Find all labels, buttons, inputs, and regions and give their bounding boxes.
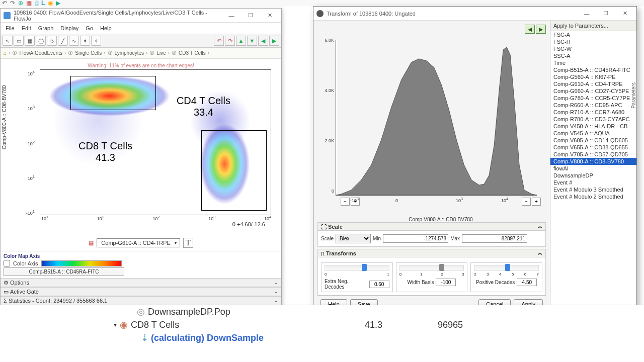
maximize-button[interactable]: ☐ — [242, 11, 259, 21]
plus-icon[interactable]: ⊕ — [18, 0, 23, 7]
crumb-4[interactable]: CD3 T Cells — [179, 50, 206, 56]
parameter-item[interactable]: Comp-G560-A :: KI67-PE — [550, 73, 636, 80]
redo-icon[interactable]: ↷ — [10, 0, 15, 7]
table-row[interactable]: ▾ ◉ CD8 T Cells 41.3 96965 — [0, 318, 644, 331]
active-gate-section[interactable]: ▭ Active Gate ⌄ — [1, 287, 281, 296]
parameter-item[interactable]: Event # — [550, 179, 636, 186]
zoom-out-right-button[interactable]: − — [522, 198, 531, 206]
target-icon[interactable]: ▶ — [56, 0, 60, 7]
parameter-item[interactable]: Comp-B515-A :: CD45RA-FITC — [550, 66, 636, 73]
extra-neg-input[interactable] — [369, 281, 389, 288]
parameter-item[interactable]: Event # Modulo 3 Smoothed — [550, 186, 636, 193]
scale-type-select[interactable]: Biex — [336, 234, 371, 243]
parameter-item[interactable]: Event # Modulo 2 Smoothed — [550, 193, 636, 200]
extra-neg-track[interactable] — [325, 265, 389, 271]
right-arrow-icon[interactable]: ▶ — [269, 36, 279, 46]
tool-line[interactable]: ╱ — [58, 36, 68, 46]
parameter-item[interactable]: DownsampleDP — [550, 172, 636, 179]
tool-pointer[interactable]: ↖ — [3, 36, 13, 46]
tool-curve[interactable]: ∿ — [69, 36, 79, 46]
table-row[interactable]: ⇣ (calculating) DownSample — [0, 331, 644, 344]
density-plot[interactable]: CD4 T Cells 33.4 CD8 T Cells 41.3 — [40, 69, 271, 215]
transforms-panel-header[interactable]: ⎍ Transforms ︽ — [317, 249, 546, 257]
down-arrow-icon[interactable]: ▼ — [247, 36, 257, 46]
parameter-item[interactable]: Comp-V705-A :: CD57-QD705 — [550, 151, 636, 158]
scale-panel-header[interactable]: ⛶ Scale ︽ — [317, 222, 546, 231]
crumb-0[interactable]: FlowAIGoodEvents — [19, 50, 62, 56]
crumb-1[interactable]: Single Cells — [75, 50, 102, 56]
min-input[interactable] — [383, 234, 448, 243]
zoom-in-right-button[interactable]: + — [532, 198, 541, 206]
histogram[interactable]: 6.0K 4.0K 2.0K 0 -103 0 103 104 — [336, 40, 537, 196]
options-section[interactable]: ⚙ Options ⌄ — [1, 278, 281, 287]
circle-icon[interactable]: ◉ — [48, 0, 53, 7]
minimize-button[interactable]: — — [578, 9, 595, 19]
parameter-item[interactable]: Comp-V800-A :: CD8-BV780 — [550, 158, 636, 165]
prev-param-button[interactable]: ◀ — [525, 25, 535, 34]
up-arrow-icon[interactable]: ▲ — [236, 36, 246, 46]
parameter-item[interactable]: Comp-G660-A :: CD27-CY5PE — [550, 87, 636, 95]
crumb-3[interactable]: Live — [156, 50, 166, 56]
home-icon[interactable]: ⌂ — [4, 50, 7, 56]
x-param-combo[interactable]: Comp-G610-A :: CD4-TRPE — [97, 238, 180, 247]
maximize-button[interactable]: ☐ — [597, 9, 614, 19]
table-icon[interactable]: ▦ — [26, 0, 32, 7]
positive-track[interactable] — [474, 265, 539, 271]
parameter-item[interactable]: SSC-A — [550, 52, 636, 59]
width-track[interactable] — [399, 265, 464, 271]
menu-file[interactable]: File — [3, 24, 18, 32]
parameter-item[interactable]: Comp-R710-A :: CCR7-A680 — [550, 109, 636, 116]
parameter-item[interactable]: Comp-V545-A :: AQUA — [550, 130, 636, 137]
layout-icon[interactable]: ⌼ — [35, 0, 38, 7]
minimize-button[interactable]: — — [223, 11, 240, 21]
parameter-item[interactable]: Comp-V605-A :: CD14-QD605 — [550, 137, 636, 144]
menu-help[interactable]: Help — [97, 24, 115, 32]
tool-auto[interactable]: ✦ — [80, 36, 90, 46]
positive-input[interactable] — [517, 279, 537, 286]
tool-magic[interactable]: ✧ — [91, 36, 101, 46]
tool-rect[interactable]: ▭ — [14, 36, 24, 46]
gate-cd4[interactable] — [201, 130, 267, 211]
parameter-list[interactable]: FSC-AFSC-HFSC-WSSC-ATimeComp-B515-A :: C… — [550, 31, 636, 316]
next-param-button[interactable]: ▶ — [536, 25, 546, 34]
close-button[interactable]: ✕ — [616, 9, 633, 19]
close-button[interactable]: ✕ — [261, 11, 278, 21]
parameter-item[interactable]: Comp-G610-A :: CD4-TRPE — [550, 80, 636, 87]
menu-go[interactable]: Go — [83, 24, 96, 32]
parameter-item[interactable]: FSC-W — [550, 45, 636, 52]
parameter-item[interactable]: Comp-R780-A :: CD3-CY7APC — [550, 116, 636, 123]
table-row[interactable]: ◎ DownsampleDP.Pop — [0, 305, 644, 318]
parameter-item[interactable]: Comp-V450-A :: HLA-DR - CB — [550, 123, 636, 130]
gate-cd8[interactable] — [70, 76, 156, 110]
tool-poly[interactable]: ◇ — [47, 36, 57, 46]
text-tool-icon[interactable]: T — [183, 238, 193, 248]
crumb-2[interactable]: Lymphocytes — [115, 50, 144, 56]
parameter-item[interactable]: FSC-H — [550, 38, 636, 45]
color-param-box[interactable]: Comp-B515-A :: CD45RA-FITC — [4, 267, 124, 276]
y-axis-label[interactable]: Comp-V800-A :: CD8-BV780 — [2, 85, 7, 149]
parameter-item[interactable]: Time — [550, 59, 636, 66]
parameter-item[interactable]: flowAI — [550, 165, 636, 172]
undo-icon[interactable]: ↶ — [214, 36, 224, 46]
expand-icon[interactable]: ▾ — [114, 321, 117, 328]
width-input[interactable] — [436, 279, 456, 286]
tool-ellipse[interactable]: ◯ — [36, 36, 46, 46]
color-axis-checkbox[interactable] — [4, 260, 10, 266]
menu-edit[interactable]: Edit — [19, 24, 34, 32]
left-arrow-icon[interactable]: ◀ — [258, 36, 268, 46]
parameter-item[interactable]: Comp-G780-A :: CCR5-CY7PE — [550, 95, 636, 102]
color-gradient[interactable] — [41, 260, 122, 266]
redo-icon[interactable]: ↷ — [225, 36, 235, 46]
menu-display[interactable]: Display — [57, 24, 82, 32]
parameter-item[interactable]: Comp-R660-A :: CD95-APC — [550, 102, 636, 109]
zoom-out-left-button[interactable]: − — [341, 198, 350, 206]
max-input[interactable] — [462, 234, 527, 243]
parameter-item[interactable]: Comp-V655-A :: CD38-QD655 — [550, 144, 636, 151]
menu-graph[interactable]: Graph — [35, 24, 57, 32]
letter-icon[interactable]: L — [41, 0, 45, 7]
grid-icon[interactable]: ▦ — [89, 240, 94, 246]
undo-icon[interactable]: ↶ — [2, 0, 7, 7]
statistics-section[interactable]: Σ Statistics - Count: 234992 / 355663 66… — [1, 296, 281, 305]
tool-quad[interactable]: ▦ — [25, 36, 35, 46]
parameter-item[interactable]: FSC-A — [550, 31, 636, 38]
